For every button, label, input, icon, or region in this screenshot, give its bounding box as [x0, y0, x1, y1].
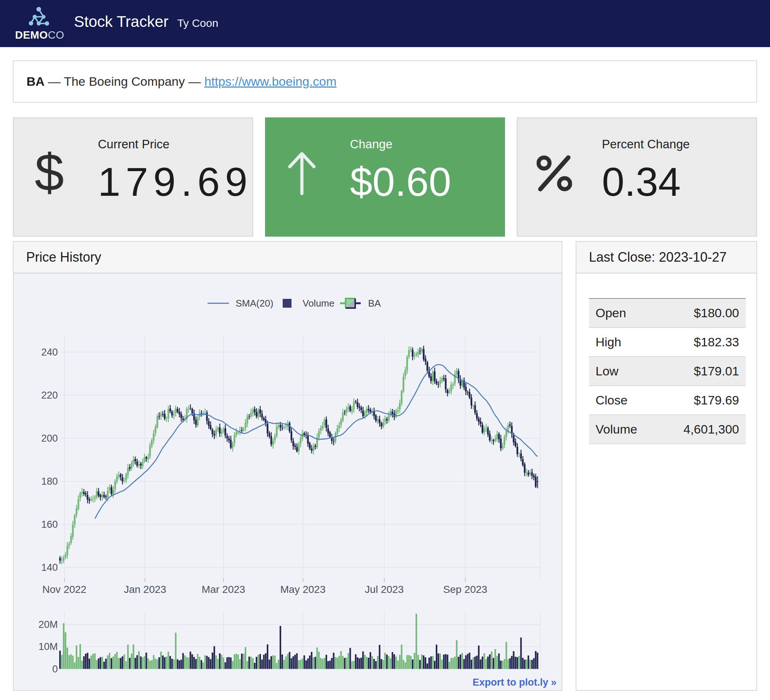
svg-text:Jul 2023: Jul 2023 [365, 584, 404, 595]
svg-text:Jan 2023: Jan 2023 [124, 584, 166, 595]
svg-text:Sep 2023: Sep 2023 [443, 584, 487, 595]
svg-text:140: 140 [41, 562, 58, 573]
svg-text:Export to plot.ly »: Export to plot.ly » [472, 677, 556, 688]
svg-text:180: 180 [41, 476, 58, 487]
svg-text:SMA(20): SMA(20) [236, 298, 273, 309]
svg-text:240: 240 [41, 347, 58, 358]
svg-text:10M: 10M [38, 641, 58, 652]
svg-text:$: $ [35, 147, 64, 199]
svg-text:200: 200 [41, 433, 58, 444]
svg-text:20M: 20M [38, 619, 58, 630]
svg-text:0: 0 [52, 664, 58, 675]
svg-text:220: 220 [41, 390, 58, 401]
svg-text:Mar 2023: Mar 2023 [202, 584, 245, 595]
svg-text:160: 160 [41, 519, 58, 530]
svg-text:BA: BA [368, 298, 381, 309]
svg-text:Nov 2022: Nov 2022 [42, 584, 86, 595]
svg-text:Volume: Volume [302, 298, 335, 309]
svg-text:May 2023: May 2023 [280, 584, 326, 595]
